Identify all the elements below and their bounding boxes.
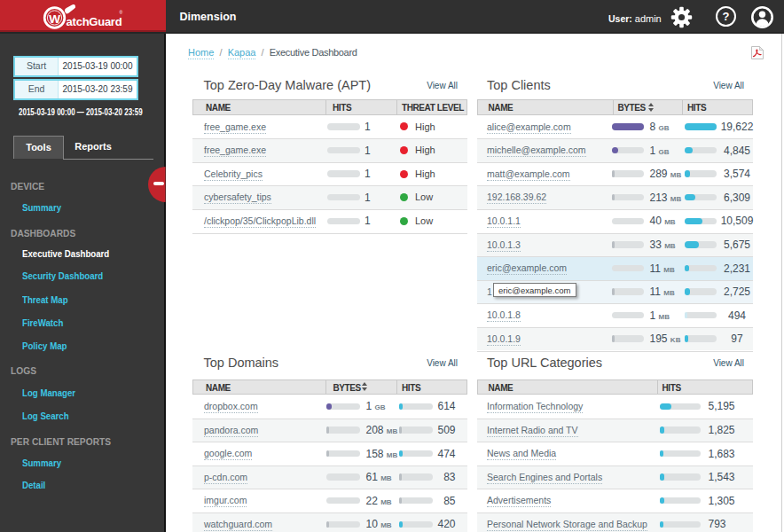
svg-text:®: ® [120,10,123,15]
svg-text:atchGuard: atchGuard [67,15,122,28]
svg-text:W: W [49,12,60,26]
